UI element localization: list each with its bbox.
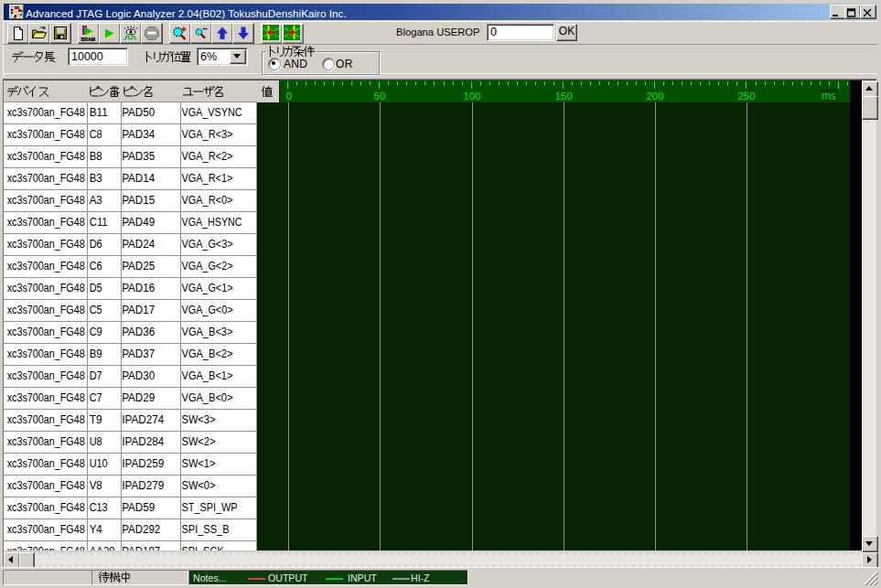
svg-text:VGA_B<3>: VGA_B<3> bbox=[182, 326, 233, 338]
svg-text:C9: C9 bbox=[90, 326, 102, 338]
svg-text:IPAD279: IPAD279 bbox=[122, 479, 164, 492]
svg-text:C8: C8 bbox=[90, 128, 102, 141]
svg-text:PAD15: PAD15 bbox=[122, 194, 155, 207]
svg-text:PAD292: PAD292 bbox=[122, 523, 160, 536]
svg-text:50: 50 bbox=[374, 91, 386, 102]
svg-text:xc3s700an_FG48: xc3s700an_FG48 bbox=[7, 304, 85, 316]
svg-text:V8: V8 bbox=[90, 479, 102, 492]
svg-text:xc3s700an_FG48: xc3s700an_FG48 bbox=[7, 172, 85, 185]
svg-text:xc3s700an_FG48: xc3s700an_FG48 bbox=[7, 260, 85, 273]
svg-text:xc3s700an_FG48: xc3s700an_FG48 bbox=[7, 194, 85, 207]
svg-text:VGA_G<2>: VGA_G<2> bbox=[182, 260, 233, 273]
svg-text:xc3s700an_FG48: xc3s700an_FG48 bbox=[7, 128, 85, 141]
svg-text:ST_SPI_WP: ST_SPI_WP bbox=[182, 501, 238, 514]
svg-text:SW<0>: SW<0> bbox=[182, 479, 216, 492]
svg-text:C5: C5 bbox=[90, 304, 102, 316]
svg-text:B9: B9 bbox=[90, 347, 102, 360]
svg-text:VGA_B<1>: VGA_B<1> bbox=[182, 369, 233, 382]
svg-text:100: 100 bbox=[463, 91, 480, 102]
svg-text:VGA_VSYNC: VGA_VSYNC bbox=[182, 106, 242, 119]
svg-text:SPI_SS_B: SPI_SS_B bbox=[182, 523, 230, 536]
svg-text:xc3s700an_FG48: xc3s700an_FG48 bbox=[7, 457, 85, 470]
svg-text:C7: C7 bbox=[90, 391, 102, 404]
svg-text:PAD30: PAD30 bbox=[122, 369, 155, 382]
svg-text:xc3s700an_FG48: xc3s700an_FG48 bbox=[7, 282, 85, 294]
svg-text:U10: U10 bbox=[90, 457, 108, 470]
svg-text:xc3s700an_FG48: xc3s700an_FG48 bbox=[7, 326, 85, 338]
svg-text:VGA_G<1>: VGA_G<1> bbox=[182, 282, 233, 294]
svg-text:PAD50: PAD50 bbox=[122, 106, 155, 119]
svg-text:0: 0 bbox=[286, 91, 292, 102]
svg-text:VGA_G<0>: VGA_G<0> bbox=[182, 304, 233, 316]
svg-text:200: 200 bbox=[646, 91, 663, 102]
svg-text:B3: B3 bbox=[90, 172, 102, 185]
svg-text:SW<2>: SW<2> bbox=[182, 435, 216, 448]
svg-text:VGA_R<0>: VGA_R<0> bbox=[182, 194, 233, 207]
svg-text:xc3s700an_FG48: xc3s700an_FG48 bbox=[7, 479, 85, 492]
svg-text:xc3s700an_FG48: xc3s700an_FG48 bbox=[7, 106, 85, 119]
svg-text:xc3s700an_FG48: xc3s700an_FG48 bbox=[7, 150, 85, 163]
svg-text:VGA_B<0>: VGA_B<0> bbox=[182, 391, 233, 404]
svg-text:VGA_B<2>: VGA_B<2> bbox=[182, 347, 233, 360]
svg-text:B11: B11 bbox=[90, 106, 108, 119]
svg-text:VGA_R<1>: VGA_R<1> bbox=[182, 172, 233, 185]
svg-text:T9: T9 bbox=[90, 413, 102, 426]
svg-text:PAD36: PAD36 bbox=[122, 326, 155, 338]
svg-text:PAD49: PAD49 bbox=[122, 216, 155, 229]
svg-text:xc3s700an_FG48: xc3s700an_FG48 bbox=[7, 369, 85, 382]
svg-text:VGA_HSYNC: VGA_HSYNC bbox=[182, 216, 242, 229]
svg-text:xc3s700an_FG48: xc3s700an_FG48 bbox=[7, 391, 85, 404]
svg-text:VGA_R<2>: VGA_R<2> bbox=[182, 150, 233, 163]
svg-text:PAD14: PAD14 bbox=[122, 172, 155, 185]
svg-text:VGA_G<3>: VGA_G<3> bbox=[182, 238, 233, 251]
svg-text:VGA_R<3>: VGA_R<3> bbox=[182, 128, 233, 141]
svg-text:IPAD284: IPAD284 bbox=[122, 435, 164, 448]
svg-text:150: 150 bbox=[554, 91, 572, 102]
svg-text:C13: C13 bbox=[90, 501, 108, 514]
svg-text:IPAD274: IPAD274 bbox=[122, 413, 164, 426]
svg-text:SW<3>: SW<3> bbox=[182, 413, 216, 426]
svg-text:xc3s700an_FG48: xc3s700an_FG48 bbox=[7, 216, 85, 229]
svg-text:C11: C11 bbox=[90, 216, 108, 229]
svg-text:PAD34: PAD34 bbox=[122, 128, 155, 141]
svg-text:D7: D7 bbox=[90, 369, 102, 382]
svg-text:PAD35: PAD35 bbox=[122, 150, 155, 163]
svg-text:Y4: Y4 bbox=[90, 523, 102, 536]
svg-text:A3: A3 bbox=[90, 194, 102, 207]
svg-text:PAD37: PAD37 bbox=[122, 347, 155, 360]
svg-text:xc3s700an_FG48: xc3s700an_FG48 bbox=[7, 523, 85, 536]
svg-text:xc3s700an_FG48: xc3s700an_FG48 bbox=[7, 238, 85, 251]
svg-text:xc3s700an_FG48: xc3s700an_FG48 bbox=[7, 435, 85, 448]
svg-text:C6: C6 bbox=[90, 260, 102, 273]
svg-text:B8: B8 bbox=[90, 150, 102, 163]
svg-text:xc3s700an_FG48: xc3s700an_FG48 bbox=[7, 347, 85, 360]
svg-text:IPAD259: IPAD259 bbox=[122, 457, 164, 470]
svg-text:PAD59: PAD59 bbox=[122, 501, 155, 514]
svg-text:ms: ms bbox=[822, 90, 836, 102]
svg-text:PAD17: PAD17 bbox=[122, 304, 155, 316]
svg-text:PAD16: PAD16 bbox=[122, 282, 155, 294]
svg-text:U8: U8 bbox=[90, 435, 102, 448]
svg-text:D6: D6 bbox=[90, 238, 102, 251]
svg-text:SW<1>: SW<1> bbox=[182, 457, 216, 470]
svg-text:D5: D5 bbox=[90, 282, 102, 294]
svg-text:BRAM: BRAM bbox=[81, 36, 96, 42]
svg-text:250: 250 bbox=[737, 91, 755, 102]
svg-text:PAD25: PAD25 bbox=[122, 260, 155, 273]
svg-text:PAD24: PAD24 bbox=[122, 238, 155, 251]
svg-text:xc3s700an_FG48: xc3s700an_FG48 bbox=[7, 501, 85, 514]
svg-text:PAD29: PAD29 bbox=[122, 391, 155, 404]
svg-text:xc3s700an_FG48: xc3s700an_FG48 bbox=[7, 413, 85, 426]
